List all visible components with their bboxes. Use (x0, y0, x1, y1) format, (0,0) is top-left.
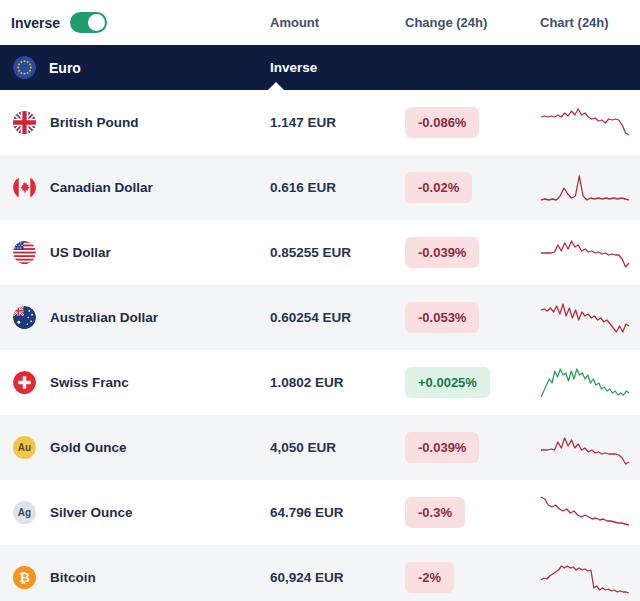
sparkline-chart (540, 298, 630, 338)
table-row-australian-dollar[interactable]: Australian Dollar 0.60254 EUR -0.053% (0, 285, 640, 350)
currency-name: Bitcoin (50, 570, 96, 585)
amount-value: 4,050 EUR (270, 440, 405, 455)
toggle-knob-icon (88, 14, 105, 31)
table-toolbar: Inverse Amount Change (24h) Chart (24h) (0, 0, 640, 45)
table-row-bitcoin[interactable]: ₿ Bitcoin 60,924 EUR -2% (0, 545, 640, 601)
ch-flag-icon (13, 371, 36, 394)
currency-table-app: Inverse Amount Change (24h) Chart (24h) (0, 0, 640, 601)
currency-rows: British Pound 1.147 EUR -0.086% Canadian… (0, 90, 640, 601)
column-header-amount: Amount (270, 15, 405, 30)
currency-name: Swiss Franc (50, 375, 129, 390)
currency-name: Canadian Dollar (50, 180, 153, 195)
silver-icon: Ag (13, 501, 36, 524)
sparkline-chart (540, 428, 630, 468)
amount-value: 0.616 EUR (270, 180, 405, 195)
sparkline-chart (540, 363, 630, 403)
amount-value: 1.0802 EUR (270, 375, 405, 390)
sparkline-chart (540, 168, 630, 208)
sparkline-chart (540, 233, 630, 273)
amount-value: 0.85255 EUR (270, 245, 405, 260)
gb-flag-icon (13, 111, 36, 134)
change-badge: -0.086% (405, 107, 479, 138)
inverse-toggle[interactable] (70, 12, 107, 33)
ca-flag-icon (13, 176, 36, 199)
currency-name: Australian Dollar (50, 310, 158, 325)
table-row-gold-ounce[interactable]: Au Gold Ounce 4,050 EUR -0.039% (0, 415, 640, 480)
change-badge: -0.02% (405, 172, 472, 203)
table-row-swiss-franc[interactable]: Swiss Franc 1.0802 EUR +0.0025% (0, 350, 640, 415)
currency-name: British Pound (50, 115, 139, 130)
section-currency-name: Euro (49, 60, 81, 76)
table-row-british-pound[interactable]: British Pound 1.147 EUR -0.086% (0, 90, 640, 155)
us-flag-icon (13, 241, 36, 264)
sparkline-chart (540, 103, 630, 143)
currency-name: Gold Ounce (50, 440, 127, 455)
table-row-us-dollar[interactable]: US Dollar 0.85255 EUR -0.039% (0, 220, 640, 285)
change-badge: +0.0025% (405, 367, 490, 398)
change-badge: -0.3% (405, 497, 465, 528)
section-row-euro[interactable]: Euro Inverse (0, 45, 640, 90)
eu-flag-icon (13, 56, 36, 79)
change-badge: -2% (405, 562, 454, 593)
change-badge: -0.039% (405, 237, 479, 268)
amount-value: 1.147 EUR (270, 115, 405, 130)
section-name-cell: Euro (0, 56, 270, 79)
amount-value: 0.60254 EUR (270, 310, 405, 325)
table-row-silver-ounce[interactable]: Ag Silver Ounce 64.796 EUR -0.3% (0, 480, 640, 545)
bitcoin-icon: ₿ (13, 566, 36, 589)
currency-name: Silver Ounce (50, 505, 133, 520)
inverse-toggle-group: Inverse (0, 12, 270, 33)
currency-name: US Dollar (50, 245, 111, 260)
sparkline-chart (540, 558, 630, 598)
au-flag-icon (13, 306, 36, 329)
table-row-canadian-dollar[interactable]: Canadian Dollar 0.616 EUR -0.02% (0, 155, 640, 220)
column-header-change: Change (24h) (405, 15, 540, 30)
change-badge: -0.053% (405, 302, 479, 333)
caret-up-icon (268, 82, 284, 90)
section-amount-label: Inverse (270, 60, 405, 75)
sparkline-chart (540, 493, 630, 533)
change-badge: -0.039% (405, 432, 479, 463)
column-header-chart: Chart (24h) (540, 15, 640, 30)
amount-value: 64.796 EUR (270, 505, 405, 520)
amount-value: 60,924 EUR (270, 570, 405, 585)
inverse-label: Inverse (11, 15, 60, 31)
gold-icon: Au (13, 436, 36, 459)
